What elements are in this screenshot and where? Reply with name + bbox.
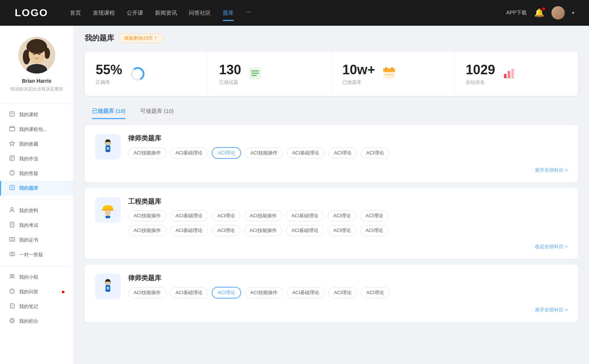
mygroup-icon [9,274,15,281]
stat-done-questions: 130 已做试题 [208,52,331,96]
sidebar-item-mycert[interactable]: 我的证书 [0,233,73,247]
sidebar-item-mygroup[interactable]: 我的小组 [0,270,73,285]
notification-bell[interactable]: 🔔 [534,8,544,18]
tag-3-3[interactable]: ACI技能操作 [245,287,283,298]
tag-3-5[interactable]: ACI理论 [328,287,357,298]
nav-news[interactable]: 新闻资讯 [155,8,177,18]
sidebar-item-1on1qa[interactable]: 一对一答疑 [0,247,73,262]
sidebar-label-mypoints: 我的积分 [19,318,38,325]
sidebar-item-myquestionbank[interactable]: 我的题库 [0,181,73,196]
tags-row-2-1: ACI技能操作 ACI基础理论 ACI理论 ACI技能操作 ACI基础理论 AC… [128,225,568,236]
sidebar-item-mypoints[interactable]: 我的积分 [0,314,73,329]
sidebar-item-mynotes[interactable]: 我的笔记 [0,299,73,314]
tags-row-3: ACI技能操作 ACI基础理论 ACI理论 ACI技能操作 ACI基础理论 AC… [128,287,568,299]
tag-2-0-4[interactable]: ACI基础理论 [286,210,324,221]
tag-2-1-5[interactable]: ACI理论 [328,225,356,236]
notification-dot [542,7,545,10]
page-header: 我的题库 体验剩余23天！ [85,33,578,43]
tag-2-0-3[interactable]: ACI技能操作 [244,210,282,221]
nav-questionbank[interactable]: 题库 [223,8,234,18]
nav-discover[interactable]: 发现课程 [93,8,115,18]
tag-1-3[interactable]: ACI技能操作 [245,147,283,158]
stat-accuracy-content: 55% 正确率 [96,62,122,86]
tag-1-4[interactable]: ACI基础理论 [287,147,325,158]
stat-done-banks-value: 10w+ [342,62,375,78]
1on1qa-icon [9,251,15,258]
tag-2-1-2[interactable]: ACI理论 [212,225,240,236]
bank-section-2: 工程类题库 ACI技能操作 ACI基础理论 ACI理论 ACI技能操作 ACI基… [85,188,578,259]
stat-done-questions-label: 已做试题 [219,79,241,86]
myquestion-icon: ? [9,288,15,296]
tag-1-2[interactable]: ACI理论 [212,147,241,159]
tag-2-1-1[interactable]: ACI基础理论 [170,225,208,236]
sidebar-divider-1 [0,103,73,104]
myexam-icon [9,222,15,229]
bank-title-1: 律师类题库 [128,134,568,143]
myhomework-icon [9,155,15,163]
tag-1-6[interactable]: ACI理论 [361,147,389,158]
sidebar-motto: 错误的决定比没有决定要好 [7,86,66,92]
bank-title-2: 工程类题库 [128,197,568,206]
page-title: 我的题库 [85,33,114,43]
tag-3-4[interactable]: ACI基础理论 [287,287,325,298]
sidebar-label-myquestion: 我的问答 [19,289,38,295]
bar-chart-icon [502,67,516,81]
svg-point-7 [33,53,35,55]
tab-done-banks[interactable]: 已做题库 (10) [85,103,133,119]
tag-1-1[interactable]: ACI基础理论 [170,147,208,158]
bank-icon-1 [95,134,121,160]
tag-3-6[interactable]: ACI理论 [361,287,389,298]
tabs-row: 已做题库 (10) 可做题库 (10) [85,103,578,119]
tag-2-1-3[interactable]: ACI技能操作 [244,225,282,236]
tag-3-1[interactable]: ACI基础理论 [170,287,208,298]
svg-point-34 [13,274,14,276]
nav-more[interactable]: ··· [246,8,251,18]
list-icon [248,67,262,81]
sidebar-item-mycourse[interactable]: 我的课程 [0,107,73,122]
tag-1-0[interactable]: ACI技能操作 [128,147,166,158]
sidebar-item-myprofile[interactable]: 我的资料 [0,203,73,218]
sidebar-label-mygroup: 我的小组 [19,274,38,281]
mycourse-icon [9,111,15,118]
expand-btn-3[interactable]: 展开全部科目 > [95,307,568,313]
sidebar-label-mycourse: 我的课程 [19,111,38,118]
tag-2-0-2[interactable]: ACI理论 [212,210,240,221]
svg-point-8 [38,53,40,55]
trial-badge: 体验剩余23天！ [119,33,163,43]
avatar[interactable] [551,6,565,19]
svg-rect-49 [385,67,387,70]
tag-1-5[interactable]: ACI理论 [328,147,357,158]
sidebar-item-mycoursepack[interactable]: 我的课程包... [0,122,73,137]
tags-row-1: ACI技能操作 ACI基础理论 ACI理论 ACI技能操作 ACI基础理论 AC… [128,147,568,159]
navbar-right: APP下载 🔔 ▾ [506,6,574,19]
tag-2-0-5[interactable]: ACI理论 [328,210,356,221]
sidebar-item-myquestion[interactable]: ? 我的问答 [0,285,73,299]
stat-accuracy-label: 正确率 [96,79,122,86]
nav-home[interactable]: 首页 [70,8,81,18]
tag-2-0-0[interactable]: ACI技能操作 [128,210,166,221]
sidebar-item-myexam[interactable]: 我的考试 [0,218,73,233]
sidebar-profile: Brian Harris 错误的决定比没有决定要好 [0,37,73,100]
bank-header-2: 工程类题库 ACI技能操作 ACI基础理论 ACI理论 ACI技能操作 ACI基… [95,197,568,236]
expand-btn-1[interactable]: 展开全部科目 > [95,167,568,174]
tag-2-0-6[interactable]: ACI理论 [360,210,389,221]
avatar-dropdown-icon[interactable]: ▾ [572,10,574,15]
tag-3-0[interactable]: ACI技能操作 [128,287,166,298]
nav-opencourse[interactable]: 公开课 [127,8,143,18]
sidebar-item-myqa[interactable]: ? 我的答疑 [0,166,73,181]
tab-available-banks[interactable]: 可做题库 (10) [133,103,181,119]
main-content: 我的题库 体验剩余23天！ 55% 正确率 [74,26,589,364]
svg-rect-54 [504,74,507,78]
tag-2-1-6[interactable]: ACI理论 [360,225,389,236]
sidebar-item-myhomework[interactable]: 我的作业 [0,151,73,166]
app-download-btn[interactable]: APP下载 [506,10,527,16]
tag-2-0-1[interactable]: ACI基础理论 [170,210,208,221]
tag-2-1-0[interactable]: ACI技能操作 [128,225,166,236]
expand-btn-2[interactable]: 收起全部科目 > [95,243,568,250]
svg-rect-55 [508,71,510,78]
tag-2-1-4[interactable]: ACI基础理论 [286,225,324,236]
tag-3-2[interactable]: ACI理论 [212,287,241,299]
nav-qa[interactable]: 问答社区 [189,8,211,18]
sidebar-item-myfavorite[interactable]: 我的收藏 [0,137,73,151]
stat-accuracy-value: 55% [96,62,122,78]
